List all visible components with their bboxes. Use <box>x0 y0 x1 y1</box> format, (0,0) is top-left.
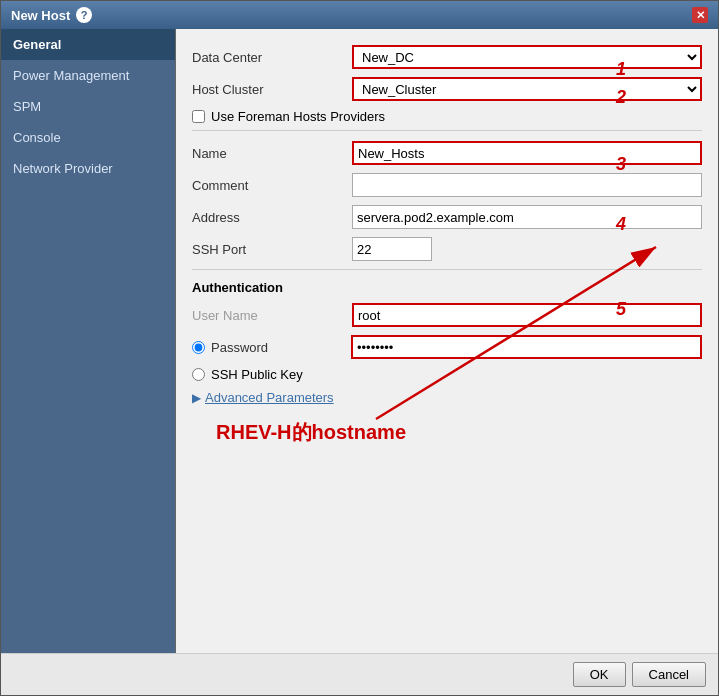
password-radio[interactable] <box>192 341 205 354</box>
cancel-button[interactable]: Cancel <box>632 662 706 687</box>
footer: OK Cancel <box>1 653 718 695</box>
password-input[interactable] <box>351 335 702 359</box>
sidebar-item-general[interactable]: General <box>1 29 175 60</box>
title-bar-left: New Host ? <box>11 7 92 23</box>
foreman-checkbox[interactable] <box>192 110 205 123</box>
host-cluster-select[interactable]: New_Cluster Default <box>352 77 702 101</box>
comment-field <box>352 173 702 197</box>
comment-input[interactable] <box>352 173 702 197</box>
address-field <box>352 205 702 229</box>
section-divider-1 <box>192 130 702 131</box>
ssh-port-row: SSH Port <box>192 237 702 261</box>
host-cluster-field: New_Cluster Default <box>352 77 702 101</box>
username-label: User Name <box>192 308 352 323</box>
foreman-label: Use Foreman Hosts Providers <box>211 109 385 124</box>
username-input[interactable] <box>352 303 702 327</box>
sidebar-item-power-management[interactable]: Power Management <box>1 60 175 91</box>
ssh-key-radio-row: SSH Public Key <box>192 367 702 382</box>
data-center-select[interactable]: New_DC Default <box>352 45 702 69</box>
address-label: Address <box>192 210 352 225</box>
section-divider-2 <box>192 269 702 270</box>
password-label: Password <box>211 340 351 355</box>
dialog-body: General Power Management SPM Console Net… <box>1 29 718 653</box>
password-field-wrapper <box>351 335 702 359</box>
step-4-label: 4 <box>616 214 626 235</box>
step-5-label: 5 <box>616 299 626 320</box>
data-center-label: Data Center <box>192 50 352 65</box>
step-1-label: 1 <box>616 59 626 80</box>
comment-label: Comment <box>192 178 352 193</box>
advanced-arrow-icon: ▶ <box>192 391 201 405</box>
name-input[interactable] <box>352 141 702 165</box>
step-3-label: 3 <box>616 154 626 175</box>
sidebar-item-spm[interactable]: SPM <box>1 91 175 122</box>
annotation-text: RHEV-H的hostname <box>216 419 406 446</box>
ssh-port-label: SSH Port <box>192 242 352 257</box>
ssh-port-input[interactable] <box>352 237 432 261</box>
name-field <box>352 141 702 165</box>
sidebar-item-console[interactable]: Console <box>1 122 175 153</box>
comment-row: Comment <box>192 173 702 197</box>
dialog-title: New Host <box>11 8 70 23</box>
name-label: Name <box>192 146 352 161</box>
step-2-label: 2 <box>616 87 626 108</box>
data-center-field: New_DC Default <box>352 45 702 69</box>
close-button[interactable]: ✕ <box>692 7 708 23</box>
authentication-label: Authentication <box>192 280 702 295</box>
ssh-key-radio[interactable] <box>192 368 205 381</box>
host-cluster-label: Host Cluster <box>192 82 352 97</box>
ok-button[interactable]: OK <box>573 662 626 687</box>
sidebar: General Power Management SPM Console Net… <box>1 29 176 653</box>
ssh-key-label: SSH Public Key <box>211 367 303 382</box>
advanced-row[interactable]: ▶ Advanced Parameters <box>192 390 702 405</box>
advanced-link[interactable]: Advanced Parameters <box>205 390 334 405</box>
title-bar: New Host ? ✕ <box>1 1 718 29</box>
new-host-dialog: New Host ? ✕ General Power Management SP… <box>0 0 719 696</box>
main-content: 1 2 3 4 5 Data Center New_DC Default Hos… <box>176 29 718 653</box>
sidebar-item-network-provider[interactable]: Network Provider <box>1 153 175 184</box>
ssh-port-field <box>352 237 702 261</box>
address-input[interactable] <box>352 205 702 229</box>
help-icon[interactable]: ? <box>76 7 92 23</box>
username-field <box>352 303 702 327</box>
foreman-row: Use Foreman Hosts Providers <box>192 109 702 124</box>
password-radio-row: Password <box>192 335 702 359</box>
